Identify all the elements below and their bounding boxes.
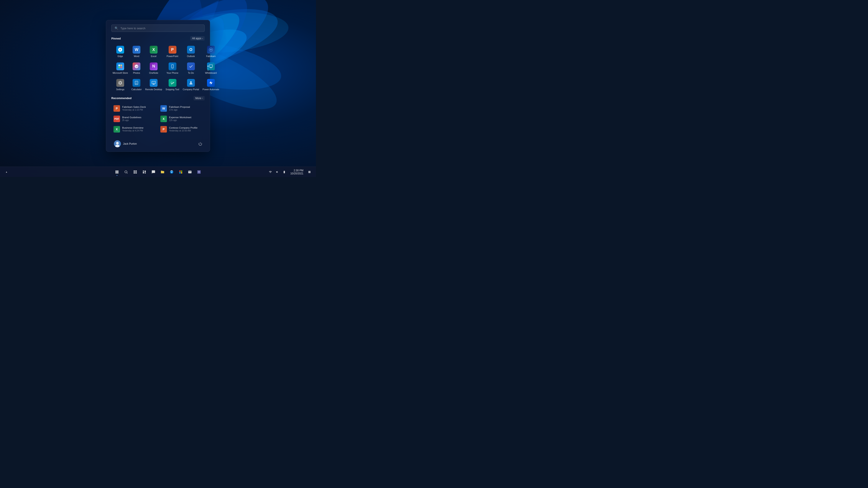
svg-point-26: [136, 83, 137, 84]
network-icon[interactable]: [267, 169, 273, 175]
svg-point-29: [136, 84, 137, 84]
app-word[interactable]: W Word: [130, 43, 143, 59]
photos-label: Photos: [133, 72, 140, 74]
power-button[interactable]: [197, 140, 204, 147]
app-power-automate[interactable]: Power Automate: [201, 77, 220, 93]
store-taskbar-button[interactable]: [177, 168, 185, 176]
onenote-icon: N: [150, 62, 158, 70]
rec-name-business-overview: Business Overview: [122, 126, 144, 129]
excel-icon: X: [150, 46, 158, 54]
user-bar: Jack Purton: [111, 136, 205, 152]
your-phone-icon: [168, 62, 177, 70]
user-profile-button[interactable]: Jack Purton: [112, 139, 138, 148]
company-portal-icon: [187, 79, 195, 87]
all-apps-button[interactable]: All apps ›: [190, 36, 205, 40]
svg-rect-18: [119, 66, 120, 68]
more-button[interactable]: More ›: [193, 96, 205, 100]
svg-rect-48: [145, 170, 146, 172]
app-onenote[interactable]: N OneNote: [144, 60, 163, 76]
word-label: Word: [134, 55, 139, 58]
recommended-header: Recommended More ›: [111, 96, 205, 100]
page-indicator: [208, 65, 209, 70]
to-do-label: To Do: [188, 72, 194, 74]
app-whiteboard[interactable]: Whiteboard: [201, 60, 220, 76]
power-automate-label: Power Automate: [203, 88, 219, 91]
battery-icon[interactable]: [281, 169, 287, 175]
rec-name-fabrikam-sales: Fabrikam Sales Deck: [122, 106, 146, 108]
rec-item-brand-guidelines[interactable]: PDF Brand Guidelines 2h ago: [111, 114, 158, 124]
pinned-section: Pinned All apps › Edge W Word: [111, 36, 205, 93]
pinned-header: Pinned All apps ›: [111, 36, 205, 40]
excel-label: Excel: [151, 55, 156, 58]
app-snipping-tool[interactable]: Snipping Tool: [164, 77, 181, 93]
mail-taskbar-button[interactable]: [186, 168, 194, 176]
rec-item-expense-worksheet[interactable]: X Expense Worksheet 12h ago: [158, 114, 205, 124]
teams-taskbar-button[interactable]: T: [195, 168, 203, 176]
app-remote-desktop[interactable]: Remote Desktop: [144, 77, 163, 93]
calculator-icon: [132, 79, 141, 87]
svg-point-28: [135, 84, 136, 84]
rec-icon-fabrikam-proposal: W: [160, 105, 167, 112]
rec-info-fabrikam-proposal: Fabrikam Proposal 17m ago: [169, 106, 190, 111]
svg-rect-37: [116, 170, 117, 172]
rec-name-fabrikam-proposal: Fabrikam Proposal: [169, 106, 190, 108]
rec-item-fabrikam-proposal[interactable]: W Fabrikam Proposal 17m ago: [158, 103, 205, 113]
to-do-icon: [187, 62, 195, 70]
your-phone-label: Your Phone: [166, 72, 178, 74]
svg-point-21: [172, 67, 173, 68]
app-your-phone[interactable]: Your Phone: [164, 60, 181, 76]
app-calculator[interactable]: Calculator: [130, 77, 143, 93]
task-view-button[interactable]: [131, 168, 140, 176]
svg-point-41: [125, 171, 127, 173]
app-excel[interactable]: X Excel: [144, 43, 163, 59]
rec-icon-contoso-company: P: [160, 126, 167, 132]
whiteboard-label: Whiteboard: [205, 72, 217, 74]
clock-date: 10/20/2021: [290, 172, 303, 175]
app-settings[interactable]: Settings: [111, 77, 129, 93]
rec-item-fabrikam-sales[interactable]: P Fabrikam Sales Deck Yesterday at 1:15 …: [111, 103, 158, 113]
svg-point-27: [137, 83, 137, 84]
widgets-button[interactable]: [140, 168, 149, 176]
app-microsoft-store[interactable]: Microsoft Store: [111, 60, 129, 76]
svg-point-34: [116, 142, 119, 144]
settings-icon: [116, 79, 124, 87]
start-button[interactable]: [113, 168, 121, 176]
rec-info-fabrikam-sales: Fabrikam Sales Deck Yesterday at 1:15 PM: [122, 106, 146, 111]
search-taskbar-button[interactable]: [122, 168, 130, 176]
app-edge[interactable]: Edge: [111, 43, 129, 59]
taskbar-right: 2:30 PM 10/20/2021: [267, 168, 312, 175]
edge-label: Edge: [118, 55, 123, 58]
rec-item-contoso-company[interactable]: P Contoso Company Profile Yesterday at 1…: [158, 124, 205, 134]
clock-time: 2:30 PM: [293, 169, 303, 172]
search-icon: 🔍: [115, 27, 118, 30]
search-bar[interactable]: 🔍 Type here to search: [111, 25, 205, 32]
app-fabrikam[interactable]: Fabrikam: [201, 43, 220, 59]
rec-item-business-overview[interactable]: X Business Overview Yesterday at 4:24 PM: [111, 124, 158, 134]
svg-rect-38: [117, 170, 119, 172]
expand-tray-button[interactable]: ▲: [3, 169, 9, 175]
rec-info-business-overview: Business Overview Yesterday at 4:24 PM: [122, 126, 144, 132]
app-to-do[interactable]: To Do: [181, 60, 200, 76]
dot-1: [208, 65, 209, 67]
system-tray: [267, 169, 287, 175]
app-photos[interactable]: Photos: [130, 60, 143, 76]
taskbar: ▲: [0, 167, 316, 177]
rec-time-brand-guidelines: 2h ago: [122, 119, 141, 122]
fabrikam-label: Fabrikam: [206, 55, 216, 58]
rec-time-fabrikam-proposal: 17m ago: [169, 109, 190, 111]
app-outlook[interactable]: O Outlook: [181, 43, 200, 59]
remote-desktop-icon: [150, 79, 158, 87]
svg-rect-17: [120, 64, 122, 66]
app-powerpoint[interactable]: P PowerPoint: [164, 43, 181, 59]
chat-button[interactable]: [149, 168, 158, 176]
notification-button[interactable]: [306, 169, 312, 175]
svg-rect-19: [120, 66, 122, 68]
app-company-portal[interactable]: Company Portal: [181, 77, 200, 93]
edge-taskbar-button[interactable]: [167, 168, 176, 176]
pinned-apps-grid: Edge W Word X Excel P PowerPoint: [111, 43, 205, 93]
svg-rect-39: [116, 172, 117, 173]
volume-icon[interactable]: [274, 169, 280, 175]
file-explorer-button[interactable]: [158, 168, 167, 176]
svg-text:T: T: [198, 171, 199, 173]
clock-area[interactable]: 2:30 PM 10/20/2021: [289, 168, 305, 175]
